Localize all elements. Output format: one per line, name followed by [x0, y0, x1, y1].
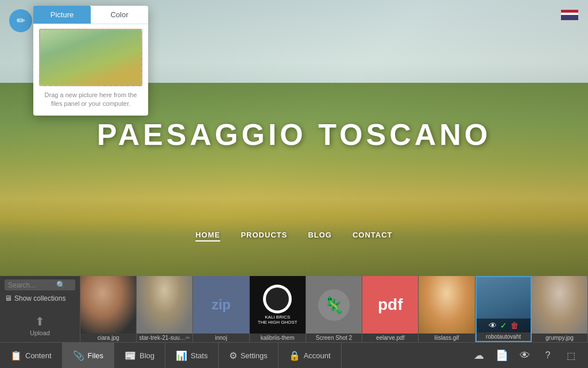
thumb-pdf[interactable]: pdf eelarve.pdf [362, 276, 419, 342]
settings-label: Settings [241, 351, 268, 360]
blog-label: Blog [140, 351, 154, 360]
show-collections-label: Show collections [14, 294, 65, 302]
thumb-grumpy-img [532, 276, 587, 334]
content-label: Content [25, 351, 52, 360]
upload-icon: ⬆ [35, 315, 45, 328]
nav-home[interactable]: HOME [195, 231, 220, 241]
thumb-selected-name: robotautovaht [477, 332, 531, 341]
hero-section: ✏ Picture Color Drag a new picture here … [0, 0, 588, 276]
thumb-overlay: 👁 ✓ 🗑 [477, 319, 531, 332]
image-preview [39, 29, 142, 86]
thumb-pdf-name: eelarve.pdf [362, 334, 418, 342]
files-label: Files [88, 351, 103, 360]
exit-button[interactable]: ⬚ [560, 345, 581, 366]
thumb-gif[interactable]: liislass.gif [419, 276, 475, 342]
stats-icon: 📊 [176, 350, 187, 361]
thumb-kali-img: KALI BRICSTHE HIGH GHOST [250, 276, 305, 334]
toolbar-blog[interactable]: 📰 Blog [114, 343, 165, 368]
toolbar-right-actions: ☁ 📄 👁 ? ⬚ [469, 345, 588, 366]
preview-button[interactable]: 👁 [514, 345, 535, 366]
drag-hint-text: Drag a new picture here from the files p… [33, 91, 148, 109]
blog-icon: 📰 [125, 350, 136, 361]
thumb-screenshot[interactable]: 🦎 Screen Shot 2 [306, 276, 362, 342]
edit-background-button[interactable]: ✏ [9, 9, 32, 32]
files-panel: 🔍 🖥 Show collections ⬆ Upload ciara.jpg [0, 276, 588, 342]
popup-tabs: Picture Color [33, 6, 148, 24]
toolbar-files[interactable]: 📎 Files [63, 343, 114, 368]
files-left-panel: 🔍 🖥 Show collections ⬆ Upload [0, 276, 80, 342]
upload-button[interactable]: ⬆ Upload [28, 312, 52, 339]
nav-blog[interactable]: BLOG [308, 231, 332, 241]
stats-label: Stats [191, 351, 208, 360]
tab-color[interactable]: Color [91, 6, 148, 24]
search-icon: 🔍 [56, 281, 65, 289]
thumb-startrek-img [137, 276, 192, 334]
thumb-pdf-img: pdf [362, 276, 418, 334]
thumb-startrek-name: star-trek-21-suur.jpg ✏ [137, 334, 192, 342]
thumb-zip-img: zip [193, 276, 249, 334]
thumb-startrek[interactable]: star-trek-21-suur.jpg ✏ [137, 276, 193, 342]
thumb-zip[interactable]: zip innoj [193, 276, 249, 342]
tab-picture[interactable]: Picture [33, 6, 91, 24]
search-input[interactable] [8, 281, 54, 289]
edit-icon: ✏ [185, 335, 190, 341]
thumb-kali[interactable]: KALI BRICSTHE HIGH GHOST kalibriis-them [250, 276, 306, 342]
site-title: PAESAGGIO TOSCANO [97, 117, 492, 152]
thumb-grumpy-name: grumpy.jpg [532, 334, 587, 342]
search-row: 🔍 [5, 279, 75, 290]
files-icon: 📎 [73, 350, 84, 361]
lock-icon: 🔒 [289, 350, 300, 361]
trash-icon[interactable]: 🗑 [510, 321, 519, 330]
settings-icon: ⚙ [229, 350, 237, 361]
content-icon: 📋 [10, 350, 22, 361]
thumb-selected[interactable]: 👁 ✓ 🗑 robotautovaht [475, 276, 532, 342]
thumb-ciara[interactable]: ciara.jpg [80, 276, 137, 342]
toolbar-content[interactable]: 📋 Content [0, 343, 63, 368]
thumb-grumpy[interactable]: grumpy.jpg [532, 276, 588, 342]
nav-products[interactable]: PRODUCTS [241, 231, 287, 241]
toolbar-account[interactable]: 🔒 Account [278, 343, 342, 368]
cloud-upload-button[interactable]: ☁ [469, 345, 489, 366]
language-flag[interactable] [560, 9, 579, 21]
help-button[interactable]: ? [537, 345, 558, 366]
hero-nav: HOME PRODUCTS BLOG CONTACT [195, 231, 392, 241]
thumb-screenshot-img: 🦎 [306, 276, 362, 334]
view-icon[interactable]: 👁 [489, 321, 497, 330]
thumb-zip-name: innoj [193, 334, 249, 342]
thumb-gif-img [419, 276, 474, 334]
background-edit-popup: Picture Color Drag a new picture here fr… [33, 6, 148, 116]
toolbar-stats[interactable]: 📊 Stats [165, 343, 219, 368]
thumb-kali-name: kalibriis-them [250, 334, 305, 342]
thumb-selected-img: 👁 ✓ 🗑 [477, 277, 531, 332]
toolbar-settings[interactable]: ⚙ Settings [219, 343, 278, 368]
upload-label: Upload [30, 329, 50, 336]
files-thumbnails: ciara.jpg star-trek-21-suur.jpg ✏ zip in… [80, 276, 588, 342]
thumb-screenshot-name: Screen Shot 2 [306, 334, 362, 342]
show-collections-button[interactable]: 🖥 Show collections [5, 293, 75, 304]
nav-contact[interactable]: CONTACT [353, 231, 393, 241]
account-label: Account [304, 351, 331, 360]
thumb-ciara-img [80, 276, 136, 334]
check-icon[interactable]: ✓ [500, 321, 507, 330]
thumb-ciara-name: ciara.jpg [80, 334, 136, 342]
main-toolbar: 📋 Content 📎 Files 📰 Blog 📊 Stats ⚙ Setti… [0, 342, 588, 368]
new-page-button[interactable]: 📄 [492, 345, 512, 366]
thumb-gif-name: liislass.gif [419, 334, 474, 342]
monitor-icon: 🖥 [5, 294, 12, 302]
